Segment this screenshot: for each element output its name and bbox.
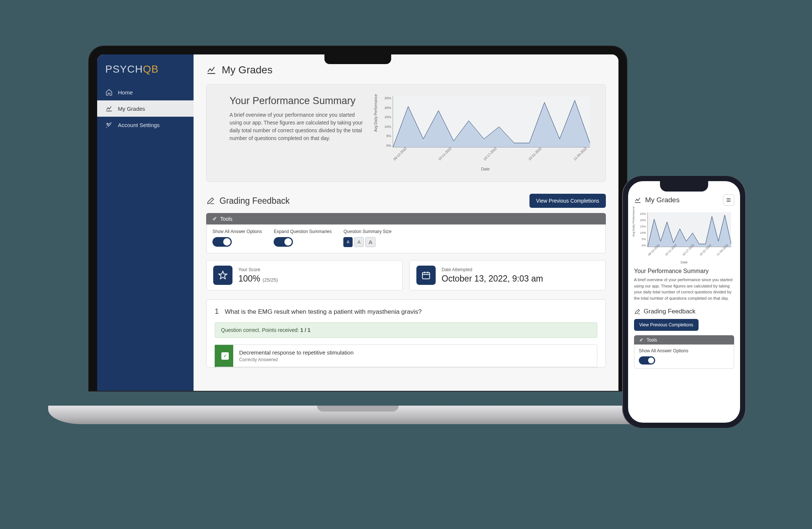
svg-rect-0 <box>422 272 430 279</box>
size-buttons: A A A <box>343 237 391 247</box>
phone-view-previous-button[interactable]: View Previous Completions <box>634 319 699 331</box>
chart-x-axis-label: Date <box>634 260 734 264</box>
chart-line-icon <box>634 196 641 204</box>
phone-performance-chart: Avg Daily Performance 25%20%15%10%5%0% 0… <box>634 211 734 263</box>
tools-label: Tools <box>220 216 232 222</box>
view-previous-completions-button[interactable]: View Previous Completions <box>529 194 606 208</box>
phone-device: My Grades Avg Daily Performance 25%20%15… <box>623 176 745 428</box>
phone-feedback-heading: Grading Feedback <box>644 308 696 315</box>
chart-y-axis-label: Avg Daily Performance <box>374 94 378 132</box>
performance-summary-card: Your Performance Summary A brief overvie… <box>206 84 606 182</box>
grading-feedback-heading: Grading Feedback <box>219 196 290 206</box>
tools-icon <box>105 121 113 129</box>
main-content: My Grades Your Performance Summary A bri… <box>194 54 618 391</box>
correct-banner-points: 1 / 1 <box>300 327 310 333</box>
logo-part2: QB <box>143 63 158 75</box>
star-icon <box>213 266 232 285</box>
size-medium-button[interactable]: A <box>354 237 364 247</box>
phone-notch <box>660 181 708 192</box>
home-icon <box>105 89 113 96</box>
laptop-base <box>48 406 667 424</box>
wrench-icon <box>211 216 217 222</box>
laptop-notch <box>324 54 391 64</box>
score-value: 100% <box>238 274 260 283</box>
question-block: 1 What is the EMG result when testing a … <box>206 299 606 367</box>
edit-icon <box>634 308 641 315</box>
hamburger-icon <box>726 197 732 203</box>
chart-plot-area <box>393 96 590 147</box>
laptop-frame: PSYCHQB Home My Grades Account Settings <box>89 46 627 391</box>
answer-checkbox-container: ✓ <box>217 345 233 367</box>
phone-feedback-header: Grading Feedback <box>634 308 734 315</box>
performance-chart: Avg Daily Performance 25%20%15%10%5%0% 0… <box>378 95 593 169</box>
score-label: Your Score <box>238 267 278 272</box>
date-value: October 13, 2022, 9:03 am <box>442 274 543 284</box>
chart-x-ticks: 09-12-202210-11-202210-17-202210-21-2022… <box>393 159 590 162</box>
phone-summary-heading: Your Performance Summary <box>634 268 734 275</box>
phone-summary-body: A brief overview of your performance sin… <box>634 277 734 301</box>
chart-x-ticks: 09-12-202210-11-202210-17-202210-21-2022… <box>647 254 731 257</box>
date-label: Date Attempted <box>442 267 543 272</box>
sidebar: PSYCHQB Home My Grades Account Settings <box>97 54 194 391</box>
sidebar-item-account-settings[interactable]: Account Settings <box>97 117 194 133</box>
chart-x-axis-label: Date <box>378 167 593 171</box>
answer-option-correct: ✓ Decremental response to repetitive sti… <box>215 345 597 367</box>
tools-bar-header: Tools <box>206 213 606 225</box>
metric-row: Your Score 100% (25/25) Date Attemp <box>206 260 606 290</box>
question-title: 1 What is the EMG result when testing a … <box>215 307 597 316</box>
phone-tool-show-all-group: Show All Answer Options <box>639 348 688 365</box>
page-title-row: My Grades <box>206 64 606 76</box>
menu-button[interactable] <box>723 194 734 206</box>
answer-detail: Decremental response to repetitive stimu… <box>239 345 353 367</box>
chart-plot-area <box>647 212 731 247</box>
calendar-icon <box>416 266 436 285</box>
laptop-device: PSYCHQB Home My Grades Account Settings <box>89 46 627 424</box>
edit-icon <box>206 196 215 205</box>
chart-line-icon <box>206 65 217 75</box>
phone-page-title: My Grades <box>645 196 680 204</box>
phone-tools-bar-header: Tools <box>634 335 734 345</box>
question-text: What is the EMG result when testing a pa… <box>225 308 422 316</box>
tool-expand-group: Expand Question Summaries <box>274 229 331 247</box>
score-texts: Your Score 100% (25/25) <box>238 267 278 284</box>
laptop-lip <box>317 406 399 412</box>
chart-svg <box>393 96 590 147</box>
score-value-row: 100% (25/25) <box>238 274 278 284</box>
performance-summary-body: A brief overview of your performance sin… <box>230 111 363 142</box>
app-logo: PSYCHQB <box>97 60 194 84</box>
laptop-screen: PSYCHQB Home My Grades Account Settings <box>97 54 618 391</box>
grading-feedback-header: Grading Feedback View Previous Completio… <box>206 194 606 208</box>
correct-banner-prefix: Question correct. Points received: <box>221 327 300 333</box>
show-all-toggle[interactable] <box>212 237 232 247</box>
chart-svg <box>648 212 731 247</box>
tool-show-all-group: Show All Answer Options <box>212 229 262 247</box>
chart-y-ticks: 25%20%15%10%5%0% <box>635 212 646 247</box>
date-attempted-metric: Date Attempted October 13, 2022, 9:03 am <box>409 260 606 290</box>
performance-summary-heading: Your Performance Summary <box>230 95 363 107</box>
date-texts: Date Attempted October 13, 2022, 9:03 am <box>442 267 543 284</box>
tool-expand-label: Expand Question Summaries <box>274 229 331 234</box>
size-small-button[interactable]: A <box>343 237 353 247</box>
score-sub: (25/25) <box>263 277 278 283</box>
answer-text: Decremental response to repetitive stimu… <box>239 349 353 356</box>
check-icon: ✓ <box>221 352 229 360</box>
size-large-button[interactable]: A <box>365 237 376 247</box>
question-number: 1 <box>215 307 219 316</box>
tool-size-group: Question Summary Size A A A <box>343 229 391 247</box>
logo-part1: PSYCH <box>105 63 143 75</box>
chart-y-ticks: 25%20%15%10%5%0% <box>380 96 391 147</box>
sidebar-item-my-grades[interactable]: My Grades <box>97 100 194 117</box>
phone-performance-summary: Your Performance Summary A brief overvie… <box>634 268 734 301</box>
phone-show-all-toggle[interactable] <box>639 356 655 365</box>
sidebar-item-label: My Grades <box>118 106 145 112</box>
sidebar-item-home[interactable]: Home <box>97 84 194 100</box>
tool-show-all-label: Show All Answer Options <box>212 229 262 234</box>
phone-tools-body: Show All Answer Options <box>634 345 734 369</box>
chart-line-icon <box>105 105 113 112</box>
tool-size-label: Question Summary Size <box>343 229 391 234</box>
performance-summary-text: Your Performance Summary A brief overvie… <box>230 95 363 142</box>
sidebar-item-label: Home <box>118 89 133 96</box>
answer-sub: Correctly Answered <box>239 357 353 362</box>
expand-summaries-toggle[interactable] <box>274 237 293 247</box>
phone-header: My Grades <box>634 194 734 206</box>
